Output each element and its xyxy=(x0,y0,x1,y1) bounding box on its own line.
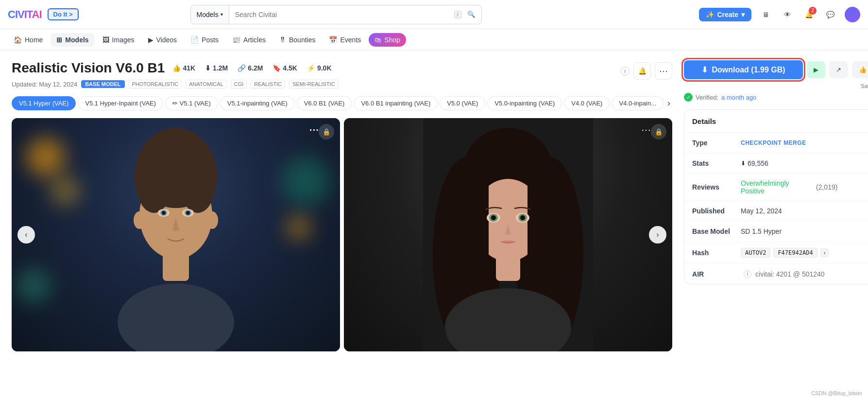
notification-bell[interactable]: 🔔 2 xyxy=(802,8,816,21)
tag-photorealistic: PHOTOREALISTIC xyxy=(129,80,182,88)
bookmarks-stat: 🔖 4.5K xyxy=(272,64,297,72)
hash-autov2: AUTOV2 xyxy=(741,248,770,258)
info-icon[interactable]: i xyxy=(621,67,630,75)
downloads-stat: ⬇ 1.2M xyxy=(205,64,228,72)
bookmark-icon: 🔖 xyxy=(272,64,281,72)
tab-v51hyperinpaint[interactable]: V5.1 Hyper-Inpaint (VAE) xyxy=(78,96,163,110)
image2-more-button[interactable]: ⋯ xyxy=(641,124,651,136)
image-card-male: 🔒 ⋯ ‹ xyxy=(12,118,340,351)
header-right: ✨ Create ▾ 🖥 👁 🔔 2 💬 xyxy=(699,7,860,22)
download-button[interactable]: ⬇ Download (1.99 GB) xyxy=(684,60,803,79)
verified-time-link[interactable]: a month ago xyxy=(721,94,756,101)
tag-semi-realistic: SEMI-REALISTIC xyxy=(289,80,338,88)
tab-v51[interactable]: ✏ V5.1 (VAE) xyxy=(165,96,218,110)
events-icon: 📅 xyxy=(329,36,337,44)
tab-v40inpaint[interactable]: V4.0-inpain... xyxy=(612,96,664,110)
details-section: Details ∧ Type CHECKPOINT MERGE i Stats … xyxy=(684,109,868,284)
sidebar-item-images[interactable]: 🖼 Images xyxy=(97,33,140,47)
eye-icon[interactable]: 👁 xyxy=(781,8,794,21)
thumbup-button[interactable]: 👍 xyxy=(852,61,868,78)
svg-point-3 xyxy=(118,283,234,351)
tab-v51inpaint[interactable]: V5.1-inpainting (VAE) xyxy=(220,96,295,110)
download-arrow-icon: ⬇ xyxy=(701,65,708,74)
tag-realistic: REALISTIC xyxy=(251,80,285,88)
image2-lock-icon[interactable]: 🔒 xyxy=(651,124,666,139)
sidebar-item-events[interactable]: 📅 Events xyxy=(323,33,367,47)
tab-v40[interactable]: V4.0 (VAE) xyxy=(564,96,610,110)
play-button[interactable]: ▶ xyxy=(807,61,825,78)
do-it-button[interactable]: Do It > xyxy=(48,8,79,20)
chat-icon[interactable]: 💬 xyxy=(823,8,837,21)
detail-air: AIR i civitai: 4201 @ 501240 ⧉ xyxy=(684,263,868,284)
sidebar-item-shop[interactable]: 🛍 Shop xyxy=(369,33,406,47)
image-prev-button[interactable]: ‹ xyxy=(17,226,35,243)
model-sidebar: ⬇ Download (1.99 GB) ▶ ↗ 👍 ☁ SafeTensor … xyxy=(684,60,868,351)
image-lock-icon[interactable]: 🔒 xyxy=(319,124,334,139)
safe-tensor-label: SafeTensor xyxy=(861,83,868,91)
sidebar-item-models[interactable]: ⊞ Models xyxy=(51,33,94,47)
image-next-button[interactable]: › xyxy=(649,226,666,243)
tab-v50[interactable]: V5.0 (VAE) xyxy=(440,96,485,110)
posts-icon: 📄 xyxy=(190,36,199,44)
search-container: Models ▾ / 🔍 xyxy=(190,5,482,24)
share-icon: ↗ xyxy=(836,66,841,73)
details-header[interactable]: Details ∧ xyxy=(684,110,868,132)
tab-v60b1inpaint[interactable]: V6.0 B1 inpainting (VAE) xyxy=(354,96,438,110)
svg-point-13 xyxy=(134,211,145,229)
tag-anatomical: ANATOMICAL xyxy=(186,80,227,88)
hash-expand[interactable]: › xyxy=(820,248,829,257)
sidebar-item-bounties[interactable]: 🎖 Bounties xyxy=(273,33,321,47)
logo-text: CIVITAI xyxy=(8,8,42,21)
create-button[interactable]: ✨ Create ▾ xyxy=(699,8,751,21)
like-icon: 👍 xyxy=(172,64,181,72)
share-button[interactable]: ↗ xyxy=(829,61,848,78)
download-icon: ⬇ xyxy=(205,64,211,72)
slash-key: / xyxy=(454,11,461,18)
monitor-icon[interactable]: 🖥 xyxy=(759,8,773,21)
sidebar-item-videos[interactable]: ▶ Videos xyxy=(142,33,183,47)
download-small-icon: ⬇ xyxy=(741,160,746,167)
sidebar-item-articles[interactable]: 📰 Articles xyxy=(226,33,272,47)
logo: CIVITAI xyxy=(8,8,42,21)
svg-rect-21 xyxy=(528,176,552,264)
search-input[interactable] xyxy=(229,5,454,24)
svg-point-28 xyxy=(491,215,496,220)
notification-badge: 2 xyxy=(809,7,817,15)
female-photo xyxy=(344,118,672,351)
energy-stat: ⚡ 9.0K xyxy=(307,64,332,72)
hash-value: F47E942AD4 xyxy=(773,248,817,258)
more-options-button[interactable]: ⋯ xyxy=(655,62,672,80)
male-photo xyxy=(12,118,340,351)
svg-point-11 xyxy=(162,211,166,215)
search-button[interactable]: 🔍 xyxy=(461,11,481,18)
images-grid: 🔒 ⋯ ‹ xyxy=(12,118,672,351)
detail-type: Type CHECKPOINT MERGE i xyxy=(684,132,868,153)
user-avatar[interactable] xyxy=(845,7,860,22)
base-model-tag: BASE MODEL xyxy=(81,80,124,88)
shop-icon: 🛍 xyxy=(374,36,381,44)
tab-v50inpaint[interactable]: V5.0-inpainting (VAE) xyxy=(487,96,562,110)
sidebar-item-home[interactable]: 🏠 Home xyxy=(8,33,49,47)
sidebar-item-posts[interactable]: 📄 Posts xyxy=(185,33,224,47)
updated-text: Updated: May 12, 2024 xyxy=(12,81,77,88)
chevron-down-icon: ▾ xyxy=(221,12,223,17)
main-nav: 🏠 Home ⊞ Models 🖼 Images ▶ Videos 📄 Post… xyxy=(0,29,868,51)
tab-v51hyper[interactable]: V5.1 Hyper (VAE) xyxy=(12,96,76,110)
verified-icon: ✓ xyxy=(684,93,693,102)
links-stat: 🔗 6.2M xyxy=(238,64,263,72)
model-title: Realistic Vision V6.0 B1 👍 41K ⬇ 1.2M 🔗 xyxy=(12,60,339,76)
search-models-label: Models xyxy=(197,11,219,18)
tab-v60b1[interactable]: V6.0 B1 (VAE) xyxy=(297,96,352,110)
detail-stats: Stats ⬇ 69,556 xyxy=(684,153,868,173)
download-row: ⬇ Download (1.99 GB) ▶ ↗ 👍 ☁ xyxy=(684,60,868,79)
image-card-female: 🔒 ⋯ › xyxy=(344,118,672,351)
play-icon: ▶ xyxy=(814,66,818,73)
search-models-dropdown[interactable]: Models ▾ xyxy=(191,5,229,24)
air-info-icon[interactable]: i xyxy=(744,270,751,278)
page-content: Realistic Vision V6.0 B1 👍 41K ⬇ 1.2M 🔗 xyxy=(0,51,868,361)
image-icon: 🖼 xyxy=(102,36,109,44)
alert-bell[interactable]: 🔔 xyxy=(633,62,651,80)
image-more-button[interactable]: ⋯ xyxy=(309,124,319,136)
home-icon: 🏠 xyxy=(14,36,22,44)
versions-scroll-right[interactable]: › xyxy=(665,98,672,108)
